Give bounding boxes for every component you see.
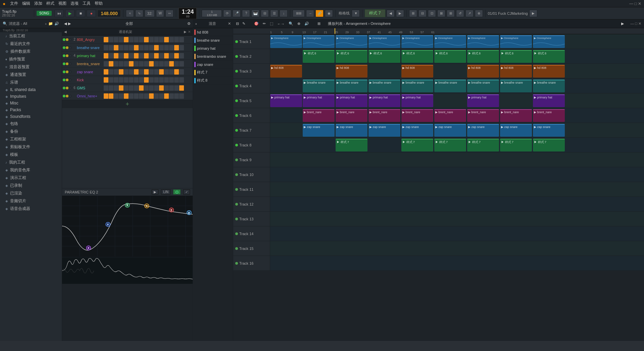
sidebar-item-3[interactable]: ♦插件预置	[0, 55, 62, 63]
arr-clip-1-3[interactable]: ▶ 样式 8	[401, 50, 433, 63]
arr-track-content-7[interactable]: ▶ 样式 7▶ 样式 7▶ 样式 7▶ 样式 7▶ 样式 7▶ 样式 7	[270, 138, 644, 152]
seq-step-6-13[interactable]	[169, 85, 174, 91]
seq-step-1-13[interactable]	[169, 45, 174, 50]
seq-step-7-0[interactable]	[104, 93, 108, 99]
arr-track-content-9[interactable]	[270, 167, 644, 182]
sidebar-item-13[interactable]: ◈备份	[0, 128, 62, 135]
bpm-display[interactable]: 148.000	[97, 10, 121, 17]
seq-step-2-14[interactable]	[174, 53, 179, 58]
seq-step-0-14[interactable]	[174, 37, 179, 42]
arr-clip-1-4[interactable]: ▶ 样式 8	[434, 50, 466, 63]
seq-dot-off-0[interactable]	[69, 38, 71, 41]
seq-step-6-2[interactable]	[114, 85, 118, 91]
menu-edit[interactable]: 编辑	[20, 1, 32, 6]
seq-step-1-15[interactable]	[179, 45, 184, 50]
misc-btn-4[interactable]: ⊠	[437, 10, 445, 17]
seq-step-5-9[interactable]	[149, 77, 154, 83]
arr-clip-3-7[interactable]: ▶ breathe snare	[533, 80, 565, 92]
seq-step-4-15[interactable]	[179, 69, 184, 75]
seq-step-1-5[interactable]	[129, 45, 134, 50]
seq-step-2-2[interactable]	[114, 53, 118, 58]
seq-step-7-1[interactable]	[109, 93, 113, 99]
seq-step-7-14[interactable]	[174, 93, 179, 99]
mixer-add-btn[interactable]: +	[195, 22, 197, 26]
channel-rack-close[interactable]: ✕	[188, 30, 191, 34]
sidebar-item-12[interactable]: ◈包络	[0, 120, 62, 128]
sidebar-item-14[interactable]: ◈工程框架	[0, 135, 62, 143]
seq-step-4-3[interactable]	[119, 69, 123, 75]
arr-clip-1-6[interactable]: ▶ 样式 8	[500, 50, 532, 63]
sidebar-item-11[interactable]: ◈Soundfonts	[0, 113, 62, 120]
arr-clip-6-5[interactable]: ▶ zap snare	[467, 124, 499, 137]
arr-clip-6-0[interactable]: ▶ zap snare	[303, 124, 335, 137]
seq-step-6-8[interactable]	[144, 85, 149, 91]
menu-options[interactable]: 选项	[68, 1, 81, 6]
arr-clip-1-7[interactable]: ▶ 样式 8	[533, 50, 565, 63]
seq-step-0-6[interactable]	[134, 37, 139, 42]
seq-step-3-8[interactable]	[144, 61, 149, 67]
seq-step-4-11[interactable]	[159, 69, 164, 75]
sidebar-item-9[interactable]: ◈Misc	[0, 100, 62, 106]
seq-dot-off-6[interactable]	[69, 87, 71, 89]
seq-step-2-13[interactable]	[169, 53, 174, 58]
seq-step-5-15[interactable]	[179, 77, 184, 83]
misc-btn-3[interactable]: ⊡	[428, 10, 436, 17]
sidebar-item-23[interactable]: ◈语音合成器	[0, 205, 62, 213]
sidebar-item-5[interactable]: ◈通道预置	[0, 71, 62, 79]
seq-step-5-12[interactable]	[164, 77, 169, 83]
mixer-track-2[interactable]: primary hat	[193, 44, 233, 52]
menu-file[interactable]: 文件	[8, 1, 20, 6]
arr-nav-1[interactable]: ⊞	[317, 21, 320, 26]
seq-step-7-5[interactable]	[129, 93, 134, 99]
seq-step-3-15[interactable]	[179, 61, 184, 67]
eq-lin-btn[interactable]: LIN	[161, 189, 170, 194]
seq-step-2-4[interactable]	[124, 53, 129, 58]
move-btn[interactable]: →	[306, 10, 314, 17]
speaker-icon[interactable]: 🔊	[54, 21, 59, 26]
stop-button[interactable]: ■	[76, 10, 85, 17]
seq-step-0-13[interactable]	[169, 37, 174, 42]
seq-step-4-12[interactable]	[164, 69, 169, 75]
arr-tool-4[interactable]: ←→	[277, 22, 285, 26]
arr-clip-0-5[interactable]: ▶ Omnisphere	[434, 35, 466, 48]
seq-step-2-11[interactable]	[159, 53, 164, 58]
seq-step-5-13[interactable]	[169, 77, 174, 83]
seq-step-0-11[interactable]	[159, 37, 164, 42]
sidebar-item-16[interactable]: ◈模板	[0, 151, 62, 159]
arr-clip-5-5[interactable]: ▶ brent_nare	[467, 109, 499, 122]
arr-track-content-3[interactable]: ▶ breathe snare▶ breathe snare▶ breathe …	[270, 79, 644, 93]
channel-rack-prev[interactable]: ◀	[64, 30, 67, 34]
seq-dot-green-2[interactable]	[63, 54, 65, 57]
stamp-btn[interactable]: ◉	[325, 10, 333, 17]
seq-step-0-12[interactable]	[164, 37, 169, 42]
seq-add-row-btn[interactable]: +	[62, 100, 193, 108]
seq-step-0-9[interactable]	[149, 37, 154, 42]
arr-clip-7-2[interactable]: ▶ 样式 7	[434, 139, 466, 151]
record-button[interactable]: ●	[87, 10, 96, 17]
seq-step-7-9[interactable]	[149, 93, 154, 99]
seq-row-name-0[interactable]: 808_Angry	[77, 38, 104, 42]
arr-clip-1-0[interactable]: ▶ 样式 8	[303, 50, 335, 63]
seq-step-3-1[interactable]	[109, 61, 113, 67]
arr-clip-4-6[interactable]: ▶ primary hat	[533, 94, 565, 107]
seq-step-7-10[interactable]	[154, 93, 159, 99]
seq-dot-yellow-0[interactable]	[66, 38, 68, 41]
seq-step-6-14[interactable]	[174, 85, 179, 91]
folder-icon[interactable]: 📁	[48, 21, 53, 26]
arr-clip-1-2[interactable]: ▶ 样式 8	[368, 50, 400, 63]
seq-step-1-0[interactable]	[104, 45, 108, 50]
snap-btn[interactable]: ▼	[352, 10, 360, 17]
sidebar-item-6[interactable]: ♫乐谱	[0, 79, 62, 86]
seq-dot-off-7[interactable]	[69, 95, 71, 97]
waveform-btn-2[interactable]: ∿	[135, 10, 143, 17]
arr-clip-7-1[interactable]: ▶ 样式 7	[401, 139, 433, 151]
prev-seq-btn[interactable]: ◀	[64, 21, 67, 26]
arr-clip-0-6[interactable]: ▶ Omnisphere	[467, 35, 499, 48]
seq-step-4-14[interactable]	[174, 69, 179, 75]
arr-track-content-2[interactable]: ▶ hd 808▶ hd 808▶ hd 808▶ hd 808▶ hd 808…	[270, 64, 644, 78]
waveform-btn-4[interactable]: ∾	[165, 10, 174, 17]
cpu-btn[interactable]: ⟳	[223, 10, 231, 17]
seq-dot-yellow-2[interactable]	[66, 54, 68, 57]
seq-step-1-8[interactable]	[144, 45, 149, 50]
seq-row-name-3[interactable]: brentra_snare	[77, 62, 104, 66]
